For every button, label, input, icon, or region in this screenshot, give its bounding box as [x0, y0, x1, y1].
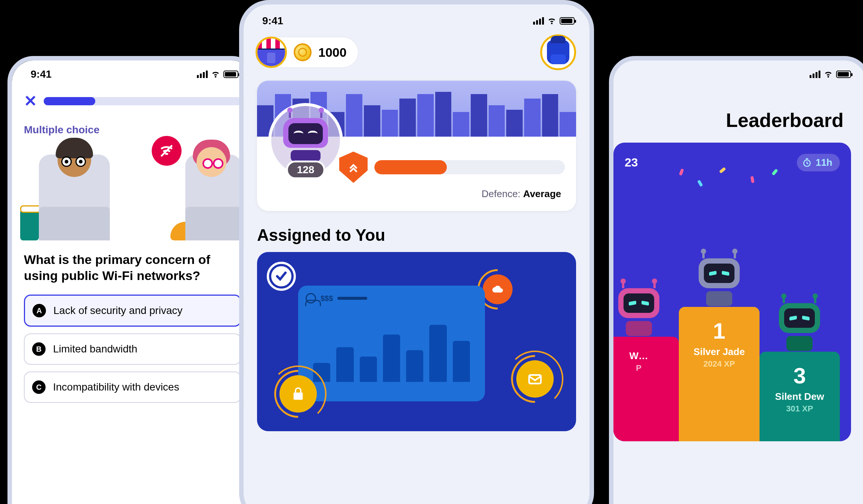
- rank-name: Silver Jade: [679, 346, 759, 358]
- confetti-icon: [676, 165, 788, 202]
- status-bar: 9:41: [244, 4, 590, 31]
- status-icons: [533, 15, 575, 27]
- defence-progress-bar: [374, 160, 565, 174]
- option-badge: A: [33, 304, 46, 317]
- podium-rank-2[interactable]: W… P: [613, 288, 679, 441]
- robot-avatar-icon: [615, 288, 663, 340]
- rank-xp: 2024 XP: [679, 359, 759, 369]
- cloud-orb-icon: [483, 274, 513, 304]
- leaderboard-timer: 11h: [797, 154, 840, 171]
- robot-avatar-icon: [281, 118, 330, 163]
- battery-icon: [223, 71, 238, 78]
- option-a[interactable]: A Lack of security and privacy: [24, 295, 241, 327]
- status-bar: 9:41: [12, 60, 253, 87]
- status-icons: [810, 69, 851, 80]
- option-text: Limited bandwidth: [53, 343, 137, 355]
- cellular-icon: [533, 17, 544, 25]
- rank-name: W…: [613, 350, 679, 362]
- backpack-icon: [547, 40, 569, 64]
- assigned-lesson-card[interactable]: $$$: [257, 252, 576, 431]
- option-b[interactable]: B Limited bandwidth: [24, 333, 241, 365]
- rank-number: 3: [760, 363, 840, 389]
- status-bar: 9:41: [613, 60, 863, 87]
- options-list: A Lack of security and privacy B Limited…: [12, 291, 253, 407]
- option-text: Lack of security and privacy: [53, 305, 183, 317]
- status-icons: [197, 69, 238, 80]
- completed-check-icon: [268, 263, 294, 289]
- home-screen: 9:41 1000: [239, 0, 594, 504]
- money-label: $$$: [321, 294, 333, 303]
- player-avatar[interactable]: 128: [268, 103, 343, 178]
- question-illustration: [24, 143, 241, 240]
- option-badge: C: [32, 380, 46, 394]
- rank-xp: 301 XP: [760, 404, 840, 414]
- assigned-heading: Assigned to You: [244, 211, 590, 252]
- rank-xp: P: [613, 363, 679, 373]
- quiz-screen: 9:41 ✕ Multiple choice: [7, 56, 258, 504]
- question-type-label: Multiple choice: [12, 109, 253, 136]
- wifi-icon: [823, 69, 833, 80]
- podium-rank-1[interactable]: 1 Silver Jade 2024 XP: [679, 258, 759, 441]
- option-text: Incompatibility with devices: [53, 381, 179, 393]
- leaderboard-screen: 9:41 Leaderboard 23 11h: [609, 56, 863, 504]
- mail-orb-icon: [516, 360, 554, 398]
- wifi-icon: [211, 69, 220, 80]
- coin-balance-value: 1000: [318, 45, 347, 60]
- leaderboard-title: Leaderboard: [613, 87, 863, 143]
- player-hero-card[interactable]: 128 Defence: Average: [257, 81, 576, 211]
- option-c[interactable]: C Incompatibility with devices: [24, 371, 241, 403]
- quiz-progress-bar: [44, 97, 241, 105]
- rank-name: Silent Dew: [760, 391, 840, 402]
- stopwatch-icon: [802, 158, 812, 168]
- player-level-badge: 128: [286, 161, 325, 179]
- shop-icon: [256, 37, 287, 68]
- no-wifi-badge-icon: [152, 136, 182, 166]
- option-badge: B: [32, 342, 46, 356]
- robot-avatar-icon: [775, 303, 824, 355]
- dashboard-illustration: $$$: [298, 286, 485, 401]
- rank-number: 1: [679, 318, 759, 344]
- shield-icon: [339, 152, 368, 183]
- coffee-cup-icon: [20, 211, 39, 240]
- battery-icon: [836, 71, 851, 78]
- cellular-icon: [810, 71, 820, 78]
- close-button[interactable]: ✕: [24, 93, 37, 109]
- coin-icon: [294, 43, 312, 61]
- lock-orb-icon: [279, 375, 317, 413]
- leaderboard-card[interactable]: 23 11h W… P: [613, 143, 851, 441]
- status-time: 9:41: [262, 15, 283, 27]
- wifi-icon: [547, 15, 557, 27]
- defence-label: Defence: Average: [339, 183, 565, 200]
- podium-rank-3[interactable]: 3 Silent Dew 301 XP: [760, 303, 840, 441]
- status-time: 9:41: [31, 68, 52, 80]
- leaderboard-week: 23: [625, 156, 638, 169]
- robot-avatar-icon: [695, 258, 743, 311]
- inventory-button[interactable]: [540, 34, 576, 70]
- user-silhouette-icon: [306, 293, 316, 304]
- coin-balance-chip[interactable]: 1000: [257, 37, 358, 67]
- cellular-icon: [197, 71, 208, 78]
- battery-icon: [560, 17, 575, 25]
- question-text: What is the primary concern of using pub…: [12, 240, 253, 291]
